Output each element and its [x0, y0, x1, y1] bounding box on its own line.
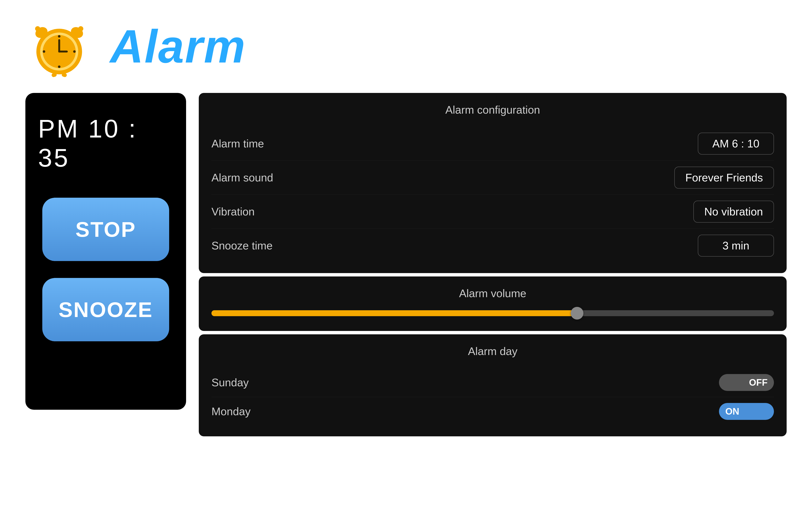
day-section: Alarm day Sunday OFF Monday ON — [199, 334, 787, 436]
config-section-title: Alarm configuration — [212, 104, 774, 116]
sunday-label: Sunday — [212, 376, 249, 389]
clock-icon — [25, 13, 93, 80]
svg-point-10 — [73, 50, 76, 53]
alarm-sound-label: Alarm sound — [212, 171, 273, 184]
monday-label: Monday — [212, 405, 250, 418]
alarm-sound-value[interactable]: Forever Friends — [675, 167, 774, 188]
monday-toggle-label: ON — [725, 406, 739, 417]
snooze-button[interactable]: SNOOZE — [42, 278, 169, 341]
snooze-time-row: Snooze time 3 min — [212, 229, 774, 262]
volume-thumb[interactable] — [571, 307, 583, 319]
phone-panel: PM 10 : 35 STOP SNOOZE — [25, 93, 186, 410]
snooze-button-label: SNOOZE — [59, 298, 153, 322]
snooze-time-label: Snooze time — [212, 239, 273, 252]
main-content: PM 10 : 35 STOP SNOOZE Alarm configurati… — [0, 93, 812, 436]
alarm-sound-row: Alarm sound Forever Friends — [212, 161, 774, 195]
config-panel: Alarm configuration Alarm time AM 6 : 10… — [199, 93, 787, 436]
stop-button[interactable]: STOP — [42, 198, 169, 261]
volume-fill — [212, 310, 577, 316]
volume-title: Alarm volume — [212, 287, 774, 300]
current-time-display: PM 10 : 35 — [38, 114, 173, 172]
alarm-time-value[interactable]: AM 6 : 10 — [698, 133, 774, 155]
stop-button-label: STOP — [75, 217, 136, 242]
svg-point-8 — [58, 65, 60, 68]
svg-point-14 — [78, 26, 83, 31]
svg-point-9 — [43, 50, 45, 53]
vibration-label: Vibration — [212, 205, 255, 218]
svg-point-13 — [35, 26, 40, 31]
sunday-toggle-label: OFF — [749, 377, 768, 388]
vibration-value[interactable]: No vibration — [693, 201, 774, 223]
day-section-title: Alarm day — [212, 345, 774, 358]
monday-toggle[interactable]: ON — [719, 403, 774, 420]
sunday-toggle[interactable]: OFF — [719, 374, 774, 391]
sunday-row: Sunday OFF — [212, 368, 774, 397]
app-title: Alarm — [110, 20, 246, 73]
app-header: Alarm — [0, 0, 812, 93]
volume-section: Alarm volume — [199, 276, 787, 331]
volume-slider[interactable] — [212, 310, 774, 316]
alarm-config-section: Alarm configuration Alarm time AM 6 : 10… — [199, 93, 787, 273]
vibration-row: Vibration No vibration — [212, 195, 774, 229]
alarm-time-row: Alarm time AM 6 : 10 — [212, 127, 774, 161]
alarm-time-label: Alarm time — [212, 137, 264, 150]
snooze-time-value[interactable]: 3 min — [698, 235, 774, 257]
svg-point-7 — [58, 35, 60, 37]
monday-row: Monday ON — [212, 397, 774, 426]
